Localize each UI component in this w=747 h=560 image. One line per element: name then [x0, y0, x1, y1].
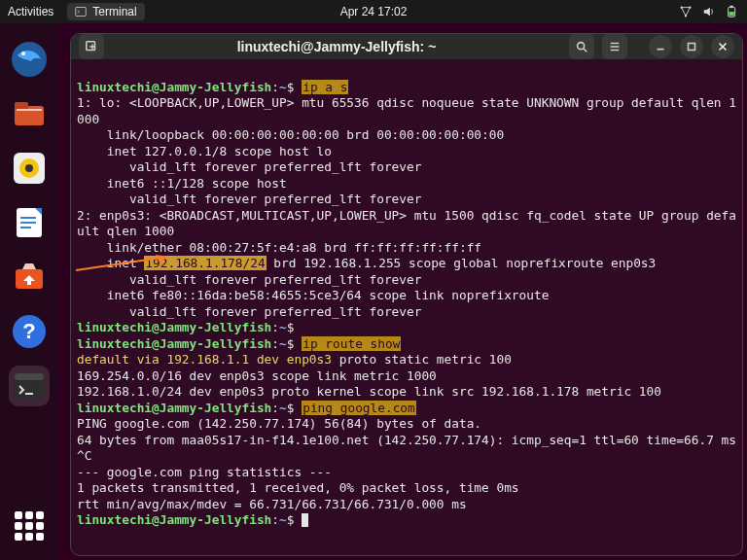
svg-rect-24	[25, 393, 33, 395]
activities-button[interactable]: Activities	[8, 5, 53, 18]
svg-point-8	[21, 52, 25, 55]
out-line: inet 127.0.0.1/8 scope host lo	[77, 144, 332, 158]
prompt-user: linuxtechi@Jammy-Jellyfish	[77, 336, 271, 351]
topbar-system-tray[interactable]	[679, 5, 739, 18]
help-icon: ?	[10, 312, 49, 351]
dock-software[interactable]	[9, 257, 50, 298]
prompt-sep: :	[271, 320, 279, 334]
out-line: inet6 fe80::16da:be58:4655:5ce3/64 scope…	[77, 288, 549, 302]
writer-icon	[10, 203, 49, 242]
svg-rect-10	[15, 102, 28, 110]
prompt-sep: :	[271, 336, 279, 351]
prompt-path: ~	[279, 512, 287, 527]
dock-rhythmbox[interactable]	[9, 148, 50, 189]
dock: ?	[0, 23, 58, 560]
rhythmbox-icon	[10, 149, 49, 188]
out-line: inet 192.168.1.178/24 brd 192.168.1.255 …	[77, 256, 656, 270]
prompt-user: linuxtechi@Jammy-Jellyfish	[77, 80, 271, 94]
out-line: rtt min/avg/max/mdev = 66.731/66.731/66.…	[77, 497, 467, 511]
prompt-symbol: $	[287, 336, 295, 351]
minimize-button[interactable]	[649, 35, 672, 58]
svg-rect-6	[729, 12, 734, 16]
command-ping: ping google.com	[302, 401, 416, 415]
command-ipas: ip a s	[302, 80, 348, 94]
out-line: 2: enp0s3: <BROADCAST,MULTICAST,UP,LOWER…	[77, 208, 736, 239]
dock-files[interactable]	[9, 93, 50, 134]
thunderbird-icon	[10, 40, 49, 79]
out-line: PING google.com (142.250.77.174) 56(84) …	[77, 416, 481, 431]
window-title: linuxtechi@Jammy-Jellyfish: ~	[112, 39, 561, 54]
out-line: link/ether 08:00:27:5f:e4:a8 brd ff:ff:f…	[77, 240, 481, 255]
volume-icon	[702, 5, 716, 18]
prompt-path: ~	[279, 320, 287, 334]
software-icon	[10, 258, 49, 297]
svg-rect-27	[689, 44, 695, 51]
dock-thunderbird[interactable]	[9, 39, 50, 80]
prompt-user: linuxtechi@Jammy-Jellyfish	[77, 512, 271, 527]
apps-grid-icon	[15, 511, 44, 541]
prompt-sep: :	[271, 512, 279, 527]
prompt-path: ~	[279, 80, 287, 94]
command-iproute: ip route show	[302, 336, 401, 351]
out-line: ^C	[77, 448, 91, 463]
dock-show-applications[interactable]	[9, 506, 50, 546]
search-button[interactable]	[569, 34, 594, 59]
svg-rect-11	[17, 109, 42, 111]
terminal-icon	[75, 6, 87, 18]
out-line: link/loopback 00:00:00:00:00:00 brd 00:0…	[77, 127, 504, 142]
dock-libreoffice-writer[interactable]	[9, 202, 50, 243]
out-line: valid_lft forever preferred_lft forever	[77, 192, 421, 206]
window-titlebar[interactable]: linuxtechi@Jammy-Jellyfish: ~	[71, 34, 742, 59]
out-line: 169.254.0.0/16 dev enp0s3 scope link met…	[77, 368, 437, 383]
out-line: valid_lft forever preferred_lft forever	[77, 272, 421, 287]
dock-help[interactable]: ?	[9, 311, 50, 352]
prompt-sep: :	[271, 401, 279, 415]
terminal-body[interactable]: linuxtechi@Jammy-Jellyfish:~$ ip a s 1: …	[71, 59, 742, 556]
files-icon	[10, 94, 49, 133]
svg-point-26	[578, 43, 585, 50]
svg-rect-5	[729, 6, 733, 8]
topbar-app-indicator[interactable]: Terminal	[67, 3, 144, 20]
prompt-user: linuxtechi@Jammy-Jellyfish	[77, 320, 271, 334]
network-icon	[679, 5, 693, 18]
close-button[interactable]	[711, 35, 734, 58]
prompt-user: linuxtechi@Jammy-Jellyfish	[77, 401, 271, 415]
prompt-symbol: $	[287, 401, 295, 415]
prompt-path: ~	[279, 401, 287, 415]
out-line: valid_lft forever preferred_lft forever	[77, 159, 421, 174]
prompt-path: ~	[279, 336, 287, 351]
out-line: inet6 ::1/128 scope host	[77, 176, 287, 191]
svg-text:?: ?	[22, 319, 35, 343]
out-line: 192.168.1.0/24 dev enp0s3 proto kernel s…	[77, 384, 661, 399]
svg-rect-23	[15, 373, 44, 380]
topbar-app-label: Terminal	[92, 5, 136, 18]
out-line: 1 packets transmitted, 1 received, 0% pa…	[77, 480, 519, 495]
svg-rect-17	[20, 222, 36, 224]
svg-point-14	[25, 164, 33, 172]
terminal-window: linuxtechi@Jammy-Jellyfish: ~ linuxtechi…	[70, 33, 743, 556]
gnome-topbar: Activities Terminal Apr 24 17:02	[0, 0, 747, 23]
prompt-symbol: $	[287, 320, 295, 334]
out-line: --- google.com ping statistics ---	[77, 465, 332, 479]
out-line: 64 bytes from maa05s17-in-f14.1e100.net …	[77, 433, 736, 447]
battery-icon	[726, 5, 739, 18]
maximize-button[interactable]	[680, 35, 703, 58]
ip-address-highlight: 192.168.1.178/24	[144, 256, 266, 270]
prompt-symbol: $	[287, 512, 295, 527]
prompt-symbol: $	[287, 80, 295, 94]
svg-rect-25	[87, 42, 95, 51]
terminal-icon	[10, 367, 49, 405]
hamburger-menu-button[interactable]	[602, 34, 627, 59]
prompt-sep: :	[271, 80, 279, 94]
svg-rect-18	[20, 227, 31, 228]
dock-terminal[interactable]	[9, 366, 50, 406]
new-tab-button[interactable]	[79, 34, 104, 59]
cursor	[302, 513, 308, 527]
out-line: default via 192.168.1.1 dev enp0s3 proto…	[77, 352, 512, 367]
clock[interactable]: Apr 24 17:02	[340, 5, 408, 18]
svg-rect-16	[20, 217, 36, 219]
out-line: valid_lft forever preferred_lft forever	[77, 304, 421, 319]
svg-rect-0	[76, 8, 87, 17]
out-line: 1: lo: <LOOPBACK,UP,LOWER_UP> mtu 65536 …	[77, 95, 736, 126]
